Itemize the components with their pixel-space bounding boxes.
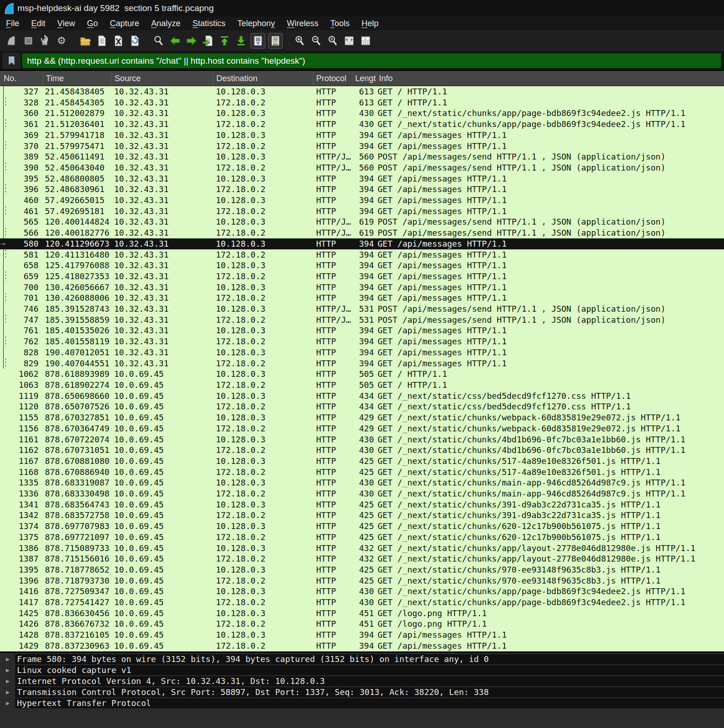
- menu-item-file[interactable]: File: [0, 17, 25, 30]
- menu-item-view[interactable]: View: [51, 17, 81, 30]
- packet-row[interactable]: 1417878.72754142710.0.69.45172.18.0.2HTT…: [0, 597, 724, 608]
- packet-row[interactable]: 32721.45843840510.32.43.3110.128.0.3HTTP…: [0, 86, 724, 97]
- column-header-length[interactable]: Length: [352, 72, 376, 86]
- packet-row[interactable]: 566120.40018277610.32.43.31172.18.0.2HTT…: [0, 227, 724, 238]
- go-to-packet-icon[interactable]: [201, 33, 215, 48]
- packet-row[interactable]: 39552.48680080510.32.43.3110.128.0.3HTTP…: [0, 173, 724, 184]
- resize-columns-icon[interactable]: [342, 33, 356, 48]
- packet-row[interactable]: 1428878.83721610510.0.69.4510.128.0.3HTT…: [0, 629, 724, 640]
- reload-file-icon[interactable]: [128, 33, 142, 48]
- packet-row[interactable]: 1341878.68356474310.0.69.4510.128.0.3HTT…: [0, 499, 724, 510]
- packet-row[interactable]: 828190.40701205110.32.43.3110.128.0.3HTT…: [0, 347, 724, 358]
- packet-row[interactable]: 746185.39152874310.32.43.3110.128.0.3HTT…: [0, 303, 724, 314]
- detail-tree-row[interactable]: ▶Internet Protocol Version 4, Src: 10.32…: [0, 676, 724, 686]
- packet-row[interactable]: 39052.45064304010.32.43.31172.18.0.2HTTP…: [0, 162, 724, 173]
- column-header-time[interactable]: Time: [43, 72, 111, 86]
- packet-row[interactable]: 1155878.67032785110.0.69.4510.128.0.3HTT…: [0, 412, 724, 423]
- packet-row[interactable]: 761185.40153502610.32.43.3110.128.0.3HTT…: [0, 325, 724, 336]
- packet-row[interactable]: 1425878.83663045610.0.69.4510.128.0.3HTT…: [0, 608, 724, 619]
- packet-row[interactable]: 747185.39155885910.32.43.31172.18.0.2HTT…: [0, 314, 724, 325]
- go-first-packet-icon[interactable]: [218, 33, 231, 48]
- column-header-no[interactable]: No.: [0, 72, 43, 86]
- packet-row[interactable]: 38952.45061149110.32.43.3110.128.0.3HTTP…: [0, 151, 724, 162]
- menu-item-statistics[interactable]: Statistics: [186, 17, 231, 30]
- go-back-icon[interactable]: [168, 33, 182, 48]
- packet-row[interactable]: 36121.51203640110.32.43.31172.18.0.2HTTP…: [0, 119, 724, 130]
- menu-item-help[interactable]: Help: [356, 17, 384, 30]
- packet-row[interactable]: 1426878.83667673210.0.69.45172.18.0.2HTT…: [0, 618, 724, 629]
- expand-arrow-icon[interactable]: ▶: [6, 676, 10, 686]
- colorize-icon[interactable]: [268, 33, 283, 49]
- packet-row[interactable]: 1162878.67073105110.0.69.45172.18.0.2HTT…: [0, 445, 724, 456]
- expand-arrow-icon[interactable]: ▶: [6, 687, 10, 697]
- expand-arrow-icon[interactable]: ▶: [6, 665, 10, 675]
- packet-row[interactable]: 46157.49269518110.32.43.31172.18.0.2HTTP…: [0, 206, 724, 217]
- packet-row[interactable]: 1120878.65070752610.0.69.45172.18.0.2HTT…: [0, 401, 724, 412]
- close-file-icon[interactable]: [111, 33, 125, 48]
- packet-row[interactable]: 1156878.67036474910.0.69.45172.18.0.2HTT…: [0, 423, 724, 434]
- packet-row[interactable]: 1386878.71508973310.0.69.4510.128.0.3HTT…: [0, 543, 724, 554]
- capture-options-gear-icon[interactable]: ⚙: [55, 33, 68, 48]
- packet-row[interactable]: 581120.41131648010.32.43.31172.18.0.2HTT…: [0, 249, 724, 260]
- go-last-packet-icon[interactable]: [234, 33, 248, 48]
- go-forward-icon[interactable]: [185, 33, 198, 48]
- packet-row[interactable]: 1167878.67088108010.0.69.4510.128.0.3HTT…: [0, 456, 724, 467]
- packet-row[interactable]: 1416878.72750934710.0.69.4510.128.0.3HTT…: [0, 586, 724, 597]
- detail-tree-row[interactable]: ▶Frame 580: 394 bytes on wire (3152 bits…: [0, 654, 724, 664]
- packet-row[interactable]: 1375878.69772109710.0.69.45172.18.0.2HTT…: [0, 532, 724, 543]
- packet-row[interactable]: 658125.41797608810.32.43.3110.128.0.3HTT…: [0, 260, 724, 271]
- packet-row[interactable]: 1119878.65069866010.0.69.4510.128.0.3HTT…: [0, 391, 724, 402]
- column-header-info[interactable]: Info: [376, 72, 724, 86]
- start-capture-fin-icon[interactable]: [5, 33, 19, 48]
- packet-row[interactable]: 1336878.68333049810.0.69.45172.18.0.2HTT…: [0, 488, 724, 499]
- menu-item-go[interactable]: Go: [81, 17, 104, 30]
- stop-capture-icon[interactable]: [22, 33, 35, 48]
- column-header-source[interactable]: Source: [111, 72, 213, 86]
- packet-row[interactable]: 1395878.71877865210.0.69.4510.128.0.3HTT…: [0, 564, 724, 575]
- packet-row[interactable]: 700130.42605666710.32.43.3110.128.0.3HTT…: [0, 282, 724, 293]
- packet-row[interactable]: 1429878.83723096310.0.69.45172.18.0.2HTT…: [0, 640, 724, 651]
- packet-row[interactable]: 46057.49266501510.32.43.3110.128.0.3HTTP…: [0, 195, 724, 206]
- packet-row[interactable]: 659125.41802735310.32.43.31172.18.0.2HTT…: [0, 271, 724, 282]
- packet-row[interactable]: 1374878.69770798310.0.69.4510.128.0.3HTT…: [0, 521, 724, 532]
- auto-scroll-icon[interactable]: [251, 33, 265, 49]
- open-file-folder-icon[interactable]: [78, 33, 92, 48]
- expand-arrow-icon[interactable]: ▶: [6, 654, 10, 664]
- expand-arrow-icon[interactable]: ▶: [6, 698, 10, 708]
- packet-row[interactable]: 565120.40014482410.32.43.3110.128.0.3HTT…: [0, 216, 724, 227]
- save-file-icon[interactable]: [95, 33, 109, 48]
- packet-row[interactable]: 829190.40704455110.32.43.31172.18.0.2HTT…: [0, 358, 724, 369]
- detail-tree-row[interactable]: ▶Transmission Control Protocol, Src Port…: [0, 687, 724, 697]
- zoom-out-icon[interactable]: [309, 33, 323, 48]
- column-header-destination[interactable]: Destination: [213, 72, 313, 86]
- zoom-reset-icon[interactable]: [326, 33, 340, 48]
- packet-row[interactable]: 36921.57994171810.32.43.3110.128.0.3HTTP…: [0, 130, 724, 141]
- zoom-in-icon[interactable]: [293, 33, 307, 48]
- packet-row-selected[interactable]: →580120.41129667310.32.43.3110.128.0.3HT…: [0, 238, 724, 249]
- packet-row[interactable]: 1396878.71879373010.0.69.45172.18.0.2HTT…: [0, 575, 724, 586]
- packet-row[interactable]: 762185.40155811910.32.43.31172.18.0.2HTT…: [0, 336, 724, 347]
- find-packet-icon[interactable]: [152, 33, 165, 48]
- menu-item-capture[interactable]: Capture: [104, 17, 145, 30]
- packet-row[interactable]: 1062878.61889398910.0.69.4510.128.0.3HTT…: [0, 369, 724, 380]
- packet-row[interactable]: 1168878.67088694010.0.69.45172.18.0.2HTT…: [0, 467, 724, 478]
- layout-icon[interactable]: 123: [359, 33, 373, 48]
- detail-tree-row[interactable]: ▶Hypertext Transfer Protocol: [0, 698, 724, 708]
- packet-row[interactable]: 1342878.68357275810.0.69.45172.18.0.2HTT…: [0, 510, 724, 521]
- menu-item-analyze[interactable]: Analyze: [145, 17, 186, 30]
- packet-row[interactable]: 1387878.71515601610.0.69.45172.18.0.2HTT…: [0, 553, 724, 564]
- packet-row[interactable]: 37021.57997547110.32.43.31172.18.0.2HTTP…: [0, 141, 724, 152]
- detail-tree-row[interactable]: ▶Linux cooked capture v1: [0, 665, 724, 675]
- packet-row[interactable]: 701130.42608800610.32.43.31172.18.0.2HTT…: [0, 292, 724, 303]
- display-filter-input[interactable]: [22, 53, 721, 68]
- packet-row[interactable]: 32821.45845430510.32.43.31172.18.0.2HTTP…: [0, 97, 724, 108]
- packet-row[interactable]: 1161878.67072207410.0.69.4510.128.0.3HTT…: [0, 434, 724, 445]
- column-header-protocol[interactable]: Protocol: [313, 72, 352, 86]
- packet-row[interactable]: 1063878.61890227410.0.69.45172.18.0.2HTT…: [0, 380, 724, 391]
- menu-item-wireless[interactable]: Wireless: [281, 17, 324, 30]
- menu-item-telephony[interactable]: Telephony: [231, 17, 281, 30]
- packet-row[interactable]: 1335878.68331908710.0.69.4510.128.0.3HTT…: [0, 477, 724, 488]
- menu-item-edit[interactable]: Edit: [25, 17, 51, 30]
- menu-item-tools[interactable]: Tools: [324, 17, 356, 30]
- filter-bookmark-button[interactable]: [3, 53, 20, 68]
